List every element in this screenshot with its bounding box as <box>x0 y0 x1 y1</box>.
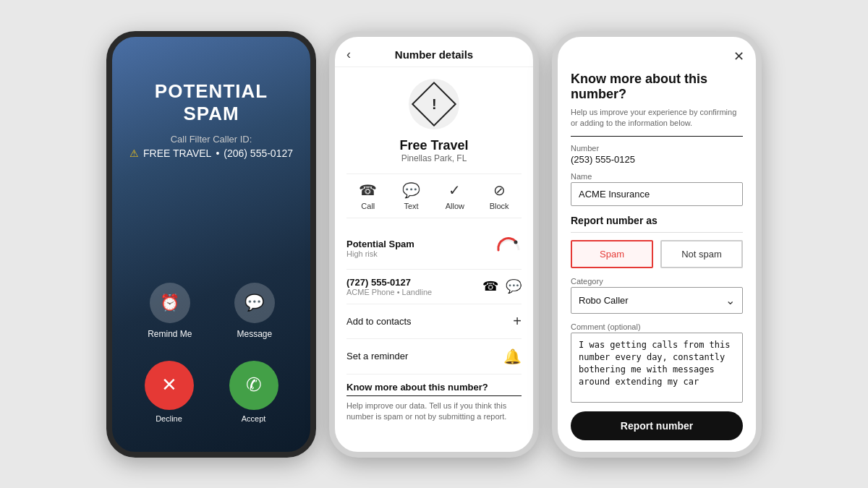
phone-action-icons: ☎ 💬 <box>482 278 522 294</box>
phone-text-icon[interactable]: 💬 <box>506 278 522 294</box>
add-contacts-label: Add to contacts <box>346 316 412 327</box>
screen2-header: ‹ Number details <box>335 37 533 67</box>
message-icon: 💬 <box>234 283 275 323</box>
screen2-title: Number details <box>395 48 473 61</box>
caller-name-s2: Free Travel <box>346 138 522 153</box>
call-label: Call <box>361 202 375 210</box>
screen-report-form: ✕ Know more about this number? Help us i… <box>552 31 762 458</box>
report-section-label: Report number as <box>571 215 743 226</box>
report-number-button[interactable]: Report number <box>571 411 743 440</box>
screens-container: POTENTIAL SPAM Call Filter Caller ID: ⚠ … <box>92 17 776 472</box>
call-icon: ☎ <box>359 181 377 199</box>
message-button[interactable]: 💬 Message <box>234 283 275 339</box>
decline-label: Decline <box>156 414 182 423</box>
diamond-shape: ! <box>412 81 456 126</box>
comment-textarea[interactable]: I was getting calls from this number eve… <box>571 333 743 402</box>
spam-label: POTENTIAL SPAM <box>127 80 296 125</box>
remind-me-button[interactable]: ⏰ Remind Me <box>148 283 192 339</box>
screen-incoming-call: POTENTIAL SPAM Call Filter Caller ID: ⚠ … <box>106 31 316 458</box>
allow-action[interactable]: ✓ Allow <box>446 181 464 210</box>
add-contacts-row[interactable]: Add to contacts + <box>346 304 522 339</box>
s3-top-divider <box>571 136 743 137</box>
category-label: Category <box>571 277 743 286</box>
text-label: Text <box>404 202 418 210</box>
screen3-body: Know more about this number? Help us imp… <box>558 72 756 452</box>
spam-button[interactable]: Spam <box>571 240 653 268</box>
warning-icon: ⚠ <box>129 147 139 159</box>
caller-location: Pinellas Park, FL <box>346 153 522 163</box>
phone-info-row: (727) 555-0127 ACME Phone • Landline ☎ 💬 <box>346 270 522 304</box>
close-icon[interactable]: ✕ <box>733 48 744 64</box>
name-field-label: Name <box>571 172 743 181</box>
spam-toggle-row: Spam Not spam <box>571 240 743 268</box>
screen2-body: ! Free Travel Pinellas Park, FL ☎ Call 💬… <box>335 67 533 452</box>
category-value: Robo Caller <box>579 295 629 306</box>
decline-button[interactable]: ✕ <box>145 361 194 410</box>
risk-info-left: Potential Spam High risk <box>346 239 414 258</box>
warning-diamond-icon: ! <box>409 79 459 129</box>
know-more-text: Help improve our data. Tell us if you th… <box>346 401 522 423</box>
phone-call-icon[interactable]: ☎ <box>482 278 498 294</box>
caller-icon-wrap: ! <box>346 79 522 129</box>
block-icon: ⊘ <box>493 181 506 199</box>
s3-subtitle: Help us improve your experience by confi… <box>571 107 743 129</box>
accept-btn-wrap: ✆ Accept <box>229 361 278 423</box>
risk-sub: High risk <box>346 249 414 258</box>
call-action[interactable]: ☎ Call <box>359 181 377 210</box>
caller-name-s1: FREE TRAVEL <box>143 147 211 159</box>
accept-label: Accept <box>242 414 266 423</box>
know-more-section: Know more about this number? Help improv… <box>346 374 522 423</box>
number-field-value: (253) 555-0125 <box>571 154 743 165</box>
number-field-label: Number <box>571 144 743 153</box>
phone-info-left: (727) 555-0127 ACME Phone • Landline <box>346 277 432 296</box>
decline-icon: ✕ <box>161 374 177 396</box>
call-actions: ⏰ Remind Me 💬 Message ✕ Decline ✆ <box>127 283 296 423</box>
svg-point-0 <box>514 240 518 244</box>
action-icons-row: ☎ Call 💬 Text ✓ Allow ⊘ Block <box>346 174 522 218</box>
chevron-down-icon: ⌄ <box>726 294 735 307</box>
add-plus-icon: + <box>513 313 522 330</box>
caller-number-s1: (206) 555-0127 <box>224 147 293 159</box>
screen3-header: ✕ <box>558 37 756 72</box>
decline-btn-wrap: ✕ Decline <box>145 361 194 423</box>
phone-number-s2: (727) 555-0127 <box>346 277 432 288</box>
caller-id-number: ⚠ FREE TRAVEL • (206) 555-0127 <box>129 147 293 159</box>
allow-icon: ✓ <box>448 181 461 199</box>
set-reminder-row[interactable]: Set a reminder 🔔 <box>346 339 522 374</box>
comment-label: Comment (optional) <box>571 322 743 331</box>
accept-button[interactable]: ✆ <box>229 361 278 410</box>
set-reminder-label: Set a reminder <box>346 351 408 361</box>
know-more-title: Know more about this number? <box>346 382 522 393</box>
block-action[interactable]: ⊘ Block <box>490 181 509 210</box>
spam-meter-icon <box>495 236 522 262</box>
caller-id-label: Call Filter Caller ID: <box>171 134 252 145</box>
separator-s1: • <box>216 147 219 159</box>
know-more-divider <box>346 395 522 396</box>
text-icon: 💬 <box>402 181 420 199</box>
phone-sub: ACME Phone • Landline <box>346 288 432 296</box>
exclamation-icon: ! <box>432 96 437 111</box>
block-label: Block <box>490 202 509 210</box>
message-label: Message <box>237 329 272 339</box>
remind-me-label: Remind Me <box>148 329 192 339</box>
allow-label: Allow <box>446 202 464 210</box>
text-action[interactable]: 💬 Text <box>402 181 420 210</box>
accept-icon: ✆ <box>246 374 262 396</box>
category-select[interactable]: Robo Caller ⌄ <box>571 287 743 314</box>
spam-meter-svg <box>495 236 522 262</box>
screen-number-details: ‹ Number details ! Free Travel Pinellas … <box>329 31 539 458</box>
name-input[interactable] <box>571 182 743 206</box>
top-actions: ⏰ Remind Me 💬 Message <box>127 283 296 339</box>
remind-me-icon: ⏰ <box>150 283 190 323</box>
call-buttons: ✕ Decline ✆ Accept <box>127 361 296 423</box>
s3-main-title: Know more about this number? <box>571 72 743 103</box>
risk-info-row: Potential Spam High risk <box>346 228 522 270</box>
not-spam-button[interactable]: Not spam <box>660 240 743 268</box>
report-section-divider <box>571 232 743 233</box>
reminder-icon: 🔔 <box>503 348 522 365</box>
back-arrow-icon[interactable]: ‹ <box>346 47 351 62</box>
risk-title: Potential Spam <box>346 239 414 249</box>
